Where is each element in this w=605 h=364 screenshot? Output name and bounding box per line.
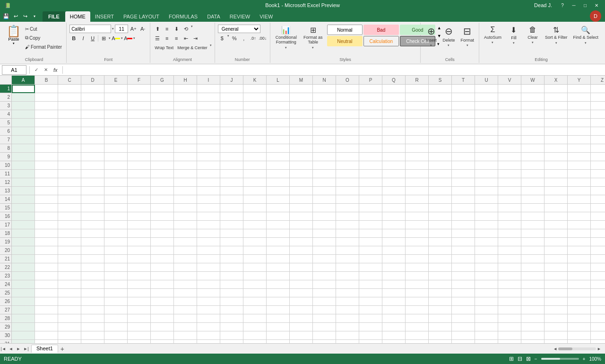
cell-Y9[interactable] xyxy=(568,153,591,161)
cell-A30[interactable] xyxy=(12,331,35,340)
format-painter-button[interactable]: 🖌 Format Painter xyxy=(24,43,63,51)
cell-N7[interactable] xyxy=(313,136,336,144)
cell-M8[interactable] xyxy=(290,144,313,153)
cell-Y29[interactable] xyxy=(568,323,591,331)
cell-E18[interactable] xyxy=(104,229,128,238)
cell-V6[interactable] xyxy=(498,127,521,136)
cell-G29[interactable] xyxy=(151,323,174,331)
col-header-I[interactable]: I xyxy=(197,76,220,84)
cell-Z13[interactable] xyxy=(591,187,605,195)
cell-M29[interactable] xyxy=(290,323,313,331)
corner-cell[interactable] xyxy=(0,76,12,84)
cell-Q1[interactable] xyxy=(382,85,406,93)
cell-A21[interactable] xyxy=(12,255,35,263)
cell-V2[interactable] xyxy=(498,93,521,102)
tab-view[interactable]: VIEW xyxy=(255,11,277,22)
cell-L23[interactable] xyxy=(267,272,290,280)
cell-W9[interactable] xyxy=(521,153,544,161)
row-header-6[interactable]: 6 xyxy=(0,127,11,136)
cell-Z28[interactable] xyxy=(591,314,605,323)
cell-E26[interactable] xyxy=(104,297,128,306)
underline-button[interactable]: U xyxy=(88,34,97,43)
cell-C4[interactable] xyxy=(58,110,81,119)
cell-S23[interactable] xyxy=(429,272,452,280)
tab-page-layout[interactable]: PAGE LAYOUT xyxy=(119,11,164,22)
cell-C18[interactable] xyxy=(58,229,81,238)
cell-N29[interactable] xyxy=(313,323,336,331)
cell-D7[interactable] xyxy=(81,136,104,144)
cell-I1[interactable] xyxy=(197,85,220,93)
cell-F20[interactable] xyxy=(128,246,151,255)
clear-dropdown-arrow[interactable]: ▾ xyxy=(532,41,534,44)
cell-Z17[interactable] xyxy=(591,221,605,229)
cell-P28[interactable] xyxy=(359,314,382,323)
cell-Q15[interactable] xyxy=(382,204,406,212)
cell-Q26[interactable] xyxy=(382,297,406,306)
cell-B26[interactable] xyxy=(35,297,58,306)
col-header-V[interactable]: V xyxy=(498,76,521,84)
cell-F30[interactable] xyxy=(128,331,151,340)
cell-Z11[interactable] xyxy=(591,170,605,178)
cell-R26[interactable] xyxy=(406,297,429,306)
cell-H19[interactable] xyxy=(174,238,197,246)
cell-Z7[interactable] xyxy=(591,136,605,144)
cell-Y3[interactable] xyxy=(568,102,591,110)
cell-P10[interactable] xyxy=(359,161,382,170)
cell-E9[interactable] xyxy=(104,153,128,161)
tab-formulas[interactable]: FORMULAS xyxy=(164,11,202,22)
cell-S9[interactable] xyxy=(429,153,452,161)
cell-T16[interactable] xyxy=(452,212,475,221)
cell-Q28[interactable] xyxy=(382,314,406,323)
cell-I4[interactable] xyxy=(197,110,220,119)
cell-S15[interactable] xyxy=(429,204,452,212)
cell-P5[interactable] xyxy=(359,119,382,127)
cell-I15[interactable] xyxy=(197,204,220,212)
cell-X3[interactable] xyxy=(544,102,568,110)
cell-M2[interactable] xyxy=(290,93,313,102)
cell-Y8[interactable] xyxy=(568,144,591,153)
cell-L3[interactable] xyxy=(267,102,290,110)
cell-S18[interactable] xyxy=(429,229,452,238)
cell-V29[interactable] xyxy=(498,323,521,331)
cell-Q25[interactable] xyxy=(382,289,406,297)
row-header-21[interactable]: 21 xyxy=(0,255,11,263)
cell-P15[interactable] xyxy=(359,204,382,212)
cell-N12[interactable] xyxy=(313,178,336,187)
cell-P26[interactable] xyxy=(359,297,382,306)
cell-A4[interactable] xyxy=(12,110,35,119)
cell-A12[interactable] xyxy=(12,178,35,187)
cell-P24[interactable] xyxy=(359,280,382,289)
cell-P11[interactable] xyxy=(359,170,382,178)
cell-C3[interactable] xyxy=(58,102,81,110)
cell-M7[interactable] xyxy=(290,136,313,144)
cell-D16[interactable] xyxy=(81,212,104,221)
cell-Q24[interactable] xyxy=(382,280,406,289)
cell-X21[interactable] xyxy=(544,255,568,263)
cell-X19[interactable] xyxy=(544,238,568,246)
cell-M30[interactable] xyxy=(290,331,313,340)
cell-X8[interactable] xyxy=(544,144,568,153)
cell-J6[interactable] xyxy=(220,127,243,136)
cell-Q29[interactable] xyxy=(382,323,406,331)
row-header-5[interactable]: 5 xyxy=(0,119,11,127)
font-name-input[interactable] xyxy=(69,25,111,33)
cell-B18[interactable] xyxy=(35,229,58,238)
row-header-24[interactable]: 24 xyxy=(0,280,11,289)
cell-F12[interactable] xyxy=(128,178,151,187)
cell-I18[interactable] xyxy=(197,229,220,238)
cell-H1[interactable] xyxy=(174,85,197,93)
col-header-W[interactable]: W xyxy=(521,76,544,84)
cell-P20[interactable] xyxy=(359,246,382,255)
cell-O16[interactable] xyxy=(336,212,359,221)
cell-Z18[interactable] xyxy=(591,229,605,238)
cell-H11[interactable] xyxy=(174,170,197,178)
cell-J1[interactable] xyxy=(220,85,243,93)
cell-Y28[interactable] xyxy=(568,314,591,323)
cell-B24[interactable] xyxy=(35,280,58,289)
cell-P14[interactable] xyxy=(359,195,382,204)
cell-P21[interactable] xyxy=(359,255,382,263)
cell-W19[interactable] xyxy=(521,238,544,246)
cell-U20[interactable] xyxy=(475,246,498,255)
style-bad[interactable]: Bad xyxy=(363,25,399,35)
cell-T10[interactable] xyxy=(452,161,475,170)
